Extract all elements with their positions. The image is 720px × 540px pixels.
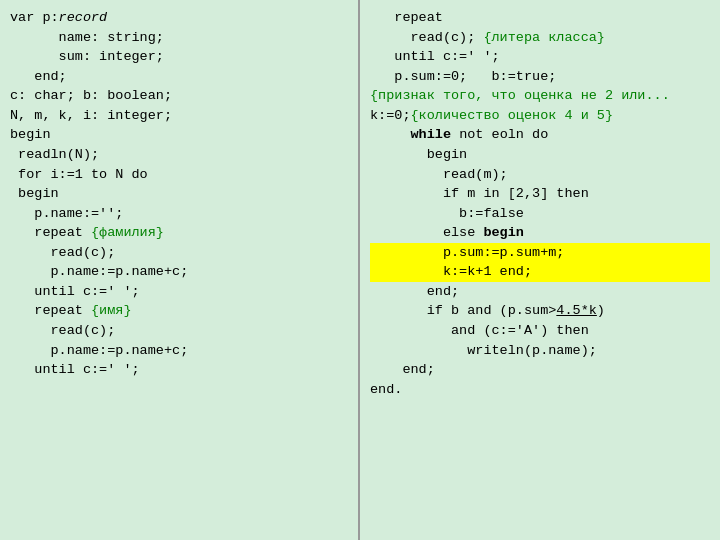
code-line: c: char; b: boolean;: [10, 86, 348, 106]
code-line: begin: [10, 125, 348, 145]
code-line: repeat: [370, 8, 710, 28]
code-line: readln(N);: [10, 145, 348, 165]
code-line: if b and (p.sum>4.5*k): [370, 301, 710, 321]
code-line: sum: integer;: [10, 47, 348, 67]
code-line: end;: [370, 282, 710, 302]
code-line: if m in [2,3] then: [370, 184, 710, 204]
code-line: repeat {фамилия}: [10, 223, 348, 243]
code-line: until c:=' ';: [10, 282, 348, 302]
code-line: end;: [10, 67, 348, 87]
code-line: end;: [370, 360, 710, 380]
code-line: p.name:='';: [10, 204, 348, 224]
code-line-highlight: k:=k+1 end;: [370, 262, 710, 282]
right-code-panel: repeat read(c); {литера класса} until c:…: [360, 0, 720, 540]
code-line: p.sum:=0; b:=true;: [370, 67, 710, 87]
code-line: k:=0;{количество оценок 4 и 5}: [370, 106, 710, 126]
code-line: writeln(p.name);: [370, 341, 710, 361]
code-line: read(c);: [10, 243, 348, 263]
code-line: while not eoln do: [370, 125, 710, 145]
code-line: else begin: [370, 223, 710, 243]
code-line: begin: [370, 145, 710, 165]
code-line: var p:record: [10, 8, 348, 28]
code-line: repeat {имя}: [10, 301, 348, 321]
code-line: b:=false: [370, 204, 710, 224]
code-line: begin: [10, 184, 348, 204]
code-line: read(m);: [370, 165, 710, 185]
code-line: read(c);: [10, 321, 348, 341]
code-line-highlight: p.sum:=p.sum+m;: [370, 243, 710, 263]
code-line: p.name:=p.name+c;: [10, 262, 348, 282]
code-line: for i:=1 to N do: [10, 165, 348, 185]
code-line: end.: [370, 380, 710, 400]
code-line: until c:=' ';: [10, 360, 348, 380]
code-line: name: string;: [10, 28, 348, 48]
code-line: N, m, k, i: integer;: [10, 106, 348, 126]
code-line-comment: {признак того, что оценка не 2 или...: [370, 86, 710, 106]
code-line: and (c:='A') then: [370, 321, 710, 341]
code-line: p.name:=p.name+c;: [10, 341, 348, 361]
left-code-panel: var p:record name: string; sum: integer;…: [0, 0, 360, 540]
code-line: read(c); {литера класса}: [370, 28, 710, 48]
code-line: until c:=' ';: [370, 47, 710, 67]
